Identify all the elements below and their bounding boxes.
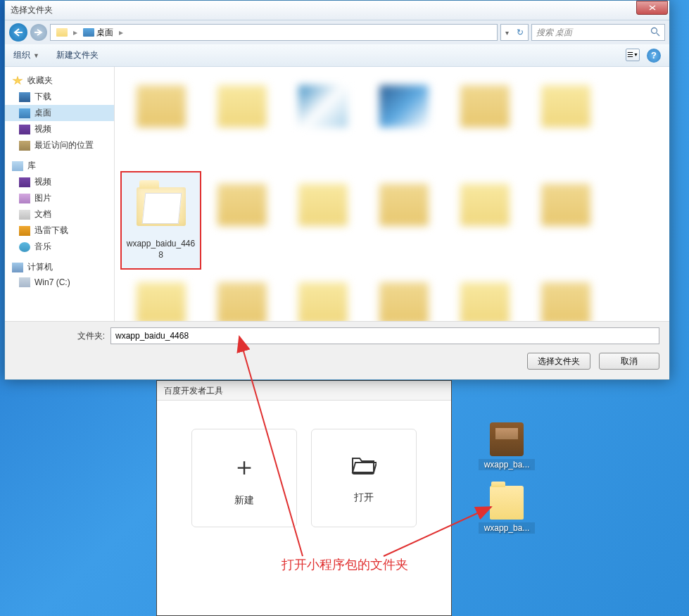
video-icon — [19, 125, 30, 134]
picture-icon — [19, 194, 30, 203]
organize-button[interactable]: 组织 ▼ — [13, 49, 39, 61]
file-item[interactable] — [201, 171, 282, 270]
file-item[interactable] — [525, 270, 606, 321]
address-root[interactable] — [53, 27, 70, 38]
open-folder-icon — [351, 452, 377, 482]
devtool-open-button[interactable]: 打开 — [311, 429, 417, 527]
video-icon — [19, 177, 30, 187]
desktop-folder-icon[interactable]: wxapp_ba... — [479, 486, 535, 534]
sidebar-drive-c[interactable]: Win7 (C:) — [5, 275, 114, 289]
search-icon — [650, 27, 660, 39]
devtool-new-label: 新建 — [234, 494, 254, 507]
document-icon — [19, 210, 30, 220]
file-item[interactable] — [201, 73, 282, 171]
file-item[interactable] — [201, 270, 282, 321]
close-button[interactable] — [636, 1, 668, 15]
recent-icon — [19, 141, 30, 151]
navigation-bar: ▸ 桌面 ▸ ▾ ↻ 搜索 桌面 — [5, 20, 669, 44]
sidebar-lib-videos[interactable]: 视频 — [5, 174, 114, 190]
sidebar-downloads[interactable]: 下载 — [5, 89, 114, 105]
computer-icon — [12, 263, 23, 272]
download-icon — [19, 92, 30, 102]
cancel-button[interactable]: 取消 — [599, 353, 659, 370]
sidebar-lib-documents[interactable]: 文档 — [5, 206, 114, 222]
search-placeholder: 搜索 桌面 — [536, 27, 572, 39]
annotation-label: 打开小程序包的文件夹 — [282, 556, 408, 573]
star-icon — [12, 76, 23, 86]
dialog-title: 选择文件夹 — [11, 4, 636, 16]
music-icon — [19, 242, 30, 252]
rar-file-icon — [490, 422, 524, 456]
refresh-dropdown[interactable]: ▾ ↻ — [500, 24, 529, 41]
file-item[interactable] — [282, 171, 363, 270]
file-item[interactable] — [444, 270, 525, 321]
help-button[interactable]: ? — [647, 49, 661, 63]
library-icon — [12, 161, 23, 171]
file-item[interactable] — [120, 73, 201, 171]
sidebar-lib-thunder[interactable]: 迅雷下载 — [5, 222, 114, 239]
file-item[interactable] — [444, 73, 525, 171]
search-input[interactable]: 搜索 桌面 — [531, 24, 665, 41]
sidebar-desktop[interactable]: 桌面 — [5, 105, 114, 121]
sidebar-libraries[interactable]: 库 — [5, 158, 114, 174]
folder-field-label: 文件夹: — [15, 330, 105, 342]
file-item-selected[interactable]: wxapp_baidu_4468 — [120, 171, 201, 270]
organize-label: 组织 — [13, 49, 30, 61]
sidebar-lib-pictures[interactable]: 图片 — [5, 190, 114, 206]
sidebar: 收藏夹 下载 桌面 视频 最近访问的位置 库 视频 图片 文档 迅雷下载 音乐 … — [5, 67, 115, 321]
folder-icon — [490, 486, 524, 520]
devtool-new-button[interactable]: ＋ 新建 — [191, 429, 297, 527]
file-item[interactable] — [525, 73, 606, 171]
desktop-icon — [19, 108, 30, 118]
folder-icon — [56, 28, 68, 37]
file-list[interactable]: wxapp_baidu_4468 — [115, 67, 669, 321]
file-item[interactable] — [363, 73, 444, 171]
nav-forward-button[interactable] — [30, 24, 47, 41]
svg-point-0 — [652, 27, 657, 33]
file-item-label: wxapp_baidu_4468 — [125, 239, 197, 260]
desktop-icon — [83, 28, 94, 37]
dialog-footer: 文件夹: 选择文件夹 取消 — [5, 321, 669, 379]
desktop-rar-icon[interactable]: wxapp_ba... — [479, 422, 535, 470]
folder-icon — [137, 187, 186, 226]
devtool-window: 百度开发者工具 ＋ 新建 打开 — [156, 380, 452, 616]
address-desktop[interactable]: 桌面 — [80, 25, 116, 40]
sidebar-lib-music[interactable]: 音乐 — [5, 239, 114, 255]
file-item[interactable] — [282, 73, 363, 171]
file-item[interactable] — [120, 270, 201, 321]
view-options-button[interactable]: ☰ ▼ — [626, 49, 640, 61]
file-item[interactable] — [444, 171, 525, 270]
file-item[interactable] — [282, 270, 363, 321]
folder-name-input[interactable] — [110, 327, 659, 344]
file-item[interactable] — [363, 270, 444, 321]
nav-back-button[interactable] — [9, 23, 27, 42]
desktop-icon-label: wxapp_ba... — [479, 522, 535, 534]
dialog-titlebar: 选择文件夹 — [5, 1, 669, 20]
address-location: 桌面 — [96, 27, 113, 39]
address-bar[interactable]: ▸ 桌面 ▸ — [50, 24, 498, 41]
desktop-icon-label: wxapp_ba... — [479, 459, 535, 470]
devtool-open-label: 打开 — [354, 491, 374, 504]
file-item[interactable] — [363, 171, 444, 270]
devtool-titlebar: 百度开发者工具 — [157, 381, 451, 401]
thunder-icon — [19, 226, 30, 236]
sidebar-videos[interactable]: 视频 — [5, 121, 114, 137]
file-item[interactable] — [525, 171, 606, 270]
plus-icon: ＋ — [232, 450, 257, 484]
sidebar-computer[interactable]: 计算机 — [5, 259, 114, 275]
sidebar-favorites[interactable]: 收藏夹 — [5, 73, 114, 89]
new-folder-button[interactable]: 新建文件夹 — [56, 49, 99, 61]
drive-icon — [19, 277, 30, 287]
folder-picker-dialog: 选择文件夹 ▸ 桌面 ▸ ▾ ↻ 搜索 桌面 — [4, 0, 670, 380]
refresh-icon: ↻ — [517, 27, 524, 37]
toolbar: 组织 ▼ 新建文件夹 ☰ ▼ ? — [5, 44, 669, 67]
select-folder-button[interactable]: 选择文件夹 — [527, 353, 590, 370]
sidebar-recent[interactable]: 最近访问的位置 — [5, 137, 114, 153]
